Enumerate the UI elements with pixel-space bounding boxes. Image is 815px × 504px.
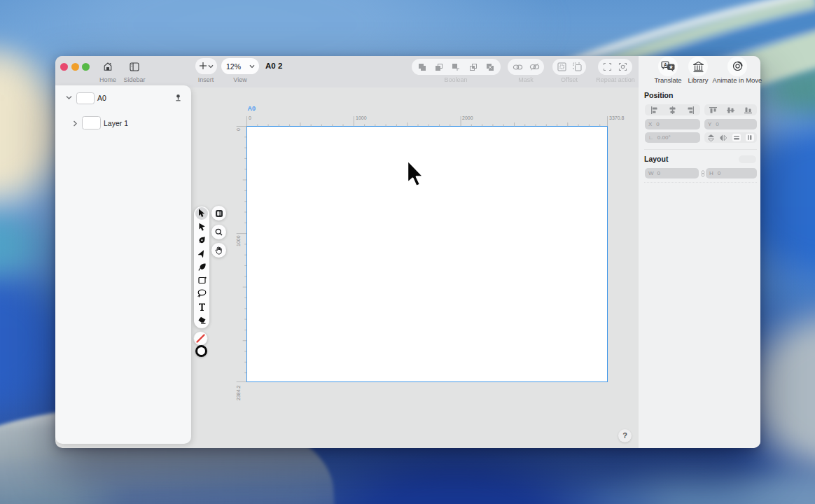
svg-text:★: ★ — [669, 64, 674, 69]
svg-text:A: A — [664, 62, 667, 67]
